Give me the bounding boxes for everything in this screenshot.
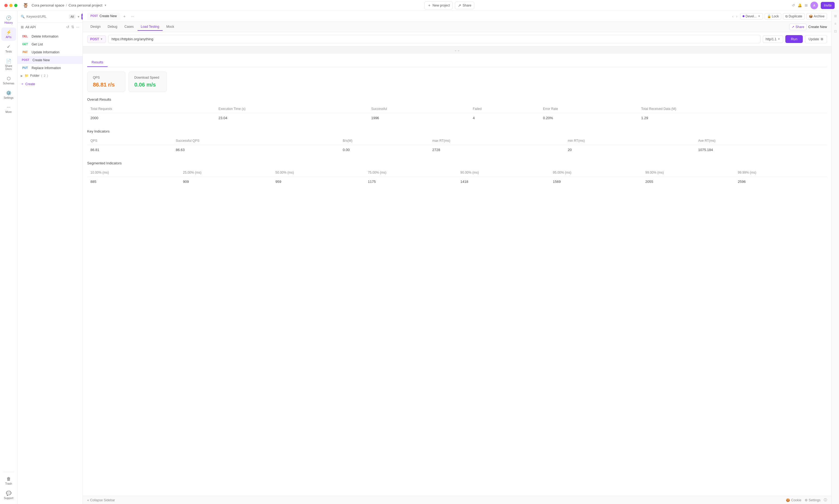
results-area: Results QPS 86.81 r/s Download Speed 0.0… [83,54,832,496]
col-ki-qps: QPS [87,137,172,145]
key-indicators-title: Key Indicators [87,129,827,133]
refresh-icon[interactable]: ↺ [792,3,795,7]
col-successful: Successful [368,105,469,113]
api-item-delete[interactable]: DEL Delete Information [17,32,83,40]
titlebar-right: ↺ 🔔 ⊞ A Invite [792,2,835,9]
api-item-put[interactable]: PUT Replace Information [17,64,83,72]
titlebar-actions: ＋ New project ↗ Share [424,1,474,10]
env-indicator [742,15,744,17]
info-icon[interactable]: ⓘ [824,498,827,502]
metric-cards: QPS 86.81 r/s Download Speed 0.06 m/s [87,72,827,92]
url-input[interactable] [108,35,760,43]
share-docs-button[interactable]: ↗ Share [789,24,807,30]
new-project-button[interactable]: ＋ New project [424,1,453,10]
all-api-row[interactable]: ▦ All API ↺ ⇅ ··· [17,23,83,31]
right-panel-icon-3[interactable]: ⊡ [833,28,838,34]
sidebar-item-trash[interactable]: 🗑 Trash [1,474,16,487]
col-ki-maxrt: max RT(ms) [429,137,564,145]
more-actions-icon[interactable]: ··· [76,25,79,29]
archive-button[interactable]: 📦 Archive [806,13,827,20]
collapse-row[interactable]: ⌄⌄ [83,46,832,54]
cookie-icon: 🍪 [786,498,790,502]
val-successful: 1996 [368,113,469,123]
col-seg-90: 90.00% (ms) [457,168,550,177]
more-tabs-button[interactable]: ··· [129,13,136,20]
chevron-down-icon: ▼ [77,15,80,18]
share-button[interactable]: ↗ Share [455,2,474,9]
next-arrow-icon[interactable]: › [735,14,738,19]
breadcrumb-project[interactable]: Cora personal project [69,3,102,7]
api-item-get[interactable]: GET Get List [17,40,83,48]
prev-arrow-icon[interactable]: ‹ [731,14,735,19]
sidebar-item-more[interactable]: ··· More [1,103,16,116]
create-api-button[interactable]: ＋ Create [17,79,83,88]
col-ki-bsm: B/s(M) [339,137,429,145]
sidebar-item-support[interactable]: 💬 Support [1,488,16,502]
folder-icon: 📁 [24,74,29,77]
http-version-selector[interactable]: http/1.1 ▼ [763,35,784,43]
api-item-patch[interactable]: PAT Update Information [17,48,83,56]
tab-cases[interactable]: Cases [121,23,137,31]
add-tab-button[interactable]: + [121,13,128,20]
invite-button[interactable]: Invite [821,2,835,9]
bell-icon[interactable]: 🔔 [798,3,802,7]
val-received-data: 1.29 [638,113,827,123]
right-panel-icon-2[interactable]: ≡ [833,21,837,27]
avatar[interactable]: A [810,2,818,9]
method-selector[interactable]: POST ▼ [87,35,106,43]
sidebar-item-schemas[interactable]: ⬡ Schemas [1,74,16,87]
grid-icon: ▦ [21,25,24,29]
sub-tab-bar: Design Debug Cases Load Testing Mock ↗ [83,22,832,32]
tab-bar: POST Create New + ··· ‹ › Devel... ▼ [83,11,832,22]
method-badge-pat: PAT [21,50,30,54]
sidebar-item-history[interactable]: 🕐 History [1,13,16,26]
folder-item[interactable]: ▶ 📁 Folder (2) [17,72,83,79]
bottom-bar-right: 🍪 Cookie ⚙ Settings ⓘ [786,498,827,502]
tab-design[interactable]: Design [87,23,104,31]
col-execution-time: Execution Time (s) [215,105,368,113]
sidebar-item-apis[interactable]: ⚡ APIs [1,28,16,41]
right-panel-icon-1[interactable]: ⊞ [833,13,838,19]
tab-post-create[interactable]: POST Create New [87,13,120,20]
tab-mock[interactable]: Mock [163,23,177,31]
duplicate-icon: ⧉ [785,14,788,18]
val-error-rate: 0.20% [540,113,638,123]
run-button[interactable]: Run [785,35,803,43]
segmented-table: 10.00% (ms) 25.00% (ms) 50.00% (ms) 75.0… [87,168,827,186]
environment-selector[interactable]: Devel... ▼ [740,13,763,20]
titlebar: 🦉 Cora personal space / Cora personal pr… [0,0,839,11]
cookie-button[interactable]: 🍪 Cookie [786,498,801,502]
col-seg-95: 95.00% (ms) [550,168,642,177]
val-seg-99: 2055 [642,177,735,187]
chevron-down-icon: ▼ [104,4,107,7]
results-tab-results[interactable]: Results [87,58,108,67]
lock-button[interactable]: 🔒 Lock [765,13,781,20]
tab-debug[interactable]: Debug [104,23,120,31]
breadcrumb-space[interactable]: Cora personal space [32,3,64,7]
sidebar-item-tests[interactable]: ✓ Tests [1,42,16,55]
overall-results-table: Total Requests Execution Time (s) Succes… [87,105,827,123]
refresh-action-icon[interactable]: ↺ [66,25,69,29]
tab-load-testing[interactable]: Load Testing [138,23,162,31]
duplicate-button[interactable]: ⧉ Duplicate [783,13,805,20]
update-button[interactable]: Update ⚙ [805,35,827,43]
sidebar-item-sharedocs[interactable]: 📄 Share Docs [1,56,16,73]
collapse-sidebar-button[interactable]: « Collapse Sidebar [87,498,115,502]
left-nav: 🕐 History ⚡ APIs ✓ Tests 📄 Share Docs ⬡ … [0,11,17,504]
chevron-down-icon: ⌄⌄ [454,48,460,52]
window-controls [4,4,17,7]
sort-icon[interactable]: ⇅ [71,25,74,29]
close-window-button[interactable] [4,4,7,7]
maximize-window-button[interactable] [14,4,17,7]
search-input[interactable] [27,15,67,18]
layout-icon[interactable]: ⊞ [805,3,808,7]
method-label: POST [90,37,99,41]
page-name-label: Create New [808,25,827,29]
minimize-window-button[interactable] [9,4,13,7]
bottom-bar: « Collapse Sidebar 🍪 Cookie ⚙ Settings ⓘ [83,496,832,504]
settings-button[interactable]: ⚙ Settings [805,498,821,502]
sidebar-item-settings[interactable]: ⚙️ Settings [1,88,16,102]
all-filter-badge[interactable]: All [69,14,75,19]
api-item-post[interactable]: POST Create New [17,56,83,64]
method-badge-post: POST [21,58,30,62]
